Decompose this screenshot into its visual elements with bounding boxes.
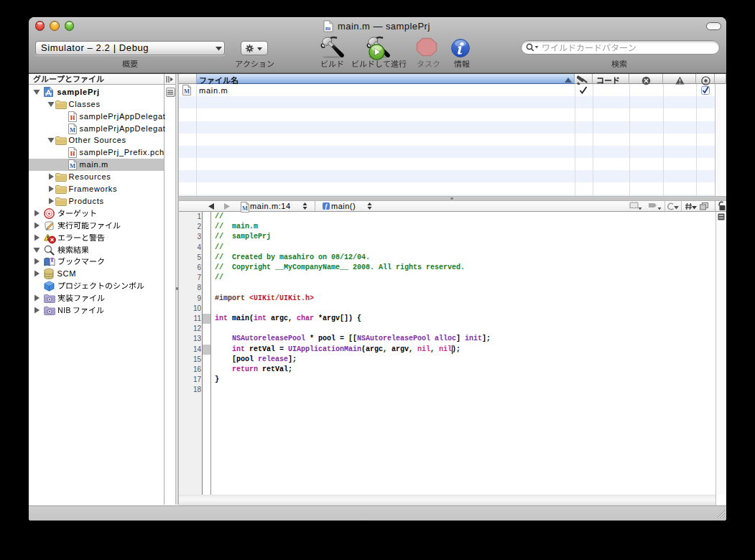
svg-text:M: M	[70, 162, 75, 169]
svg-text:M: M	[241, 205, 247, 212]
svg-text:H: H	[70, 114, 75, 121]
svg-text:H: H	[70, 150, 75, 157]
svg-text:M: M	[183, 88, 189, 95]
svg-text:m: m	[325, 24, 331, 32]
svg-text:M: M	[70, 126, 75, 134]
